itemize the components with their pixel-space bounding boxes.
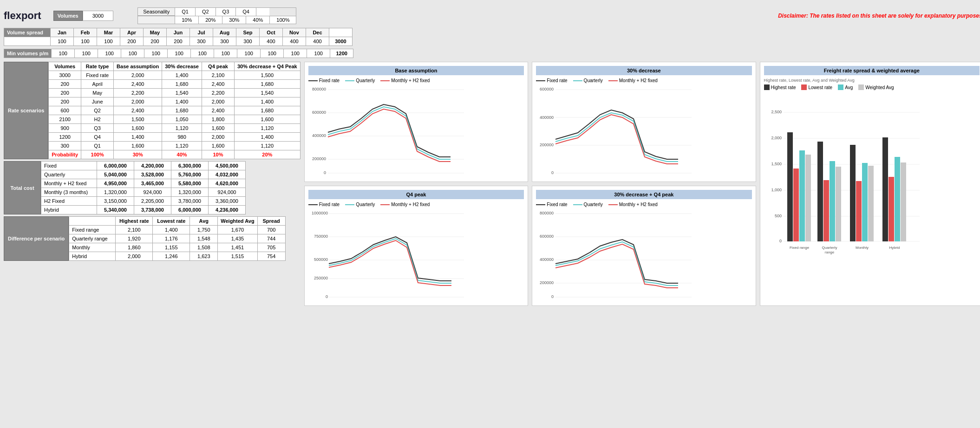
total-cost-table: Fixed 6,000,000 4,200,000 6,300,000 4,50… (41, 161, 246, 214)
bar-fr-low-3 (856, 181, 862, 241)
svg-text:200000: 200000 (540, 280, 554, 285)
diff-r3c3: 1,508 (190, 243, 218, 252)
vol-mar: 100 (97, 37, 120, 46)
tc-h2f-4: 3,360,000 (209, 197, 246, 206)
legend-fixed: Fixed rate (308, 78, 340, 83)
q4-quarterly-line (345, 204, 354, 205)
legend-monthly-label: Monthly + H2 fixed (391, 78, 430, 83)
vol-total: 3000 (329, 37, 353, 46)
tc-fixed-4: 4,500,000 (209, 162, 246, 170)
svg-text:Apr: Apr (553, 177, 559, 178)
q4-fixed-line (308, 204, 318, 205)
rs-r2c3: 2,400 (114, 80, 162, 89)
volumes-value[interactable]: 3000 (83, 11, 113, 21)
rs-r8c3: 1,400 (114, 133, 162, 142)
svg-text:Aug: Aug (370, 301, 377, 302)
fr-legend-avg: Avg (838, 84, 853, 90)
diff-r3-label: Monthly (69, 243, 116, 252)
rs-r9c1: 300 (49, 142, 81, 150)
tc-m3-2: 924,000 (134, 188, 171, 197)
volumes-box: Volumes 3000 (53, 11, 114, 21)
page: flexport Volumes 3000 Seasonality Q1 Q2 … (4, 4, 980, 428)
q3-val: 30% (222, 16, 246, 24)
svg-text:Feb: Feb (436, 177, 443, 178)
q1-header: Q1 (175, 8, 196, 16)
d30-monthly-label: Monthly + H2 fixed (619, 78, 658, 83)
tc-fixed-label: Fixed (41, 162, 97, 170)
svg-text:Nov: Nov (403, 177, 409, 178)
total-header (256, 8, 269, 16)
svg-text:1000000: 1000000 (312, 211, 328, 215)
vol-aug-h: Aug (213, 28, 236, 37)
fr-highest-label: Highest rate (771, 85, 796, 90)
vol-total-h (329, 28, 353, 37)
svg-text:Jul: Jul (360, 301, 365, 302)
rs-r6c5: 1,800 (202, 115, 234, 124)
rs-r1c6: 1,500 (234, 71, 300, 80)
vol-aug: 300 (213, 37, 236, 46)
diff-h5: Spread (257, 217, 285, 226)
rs-r4c2: June (81, 97, 114, 106)
bar-fr-avg-4 (895, 157, 900, 241)
svg-text:0: 0 (551, 294, 554, 299)
svg-text:Jun: Jun (575, 177, 581, 178)
seasonality-box: Seasonality Q1 Q2 Q3 Q4 10% 20% 30% 40% … (137, 7, 296, 24)
svg-text:200000: 200000 (540, 143, 554, 147)
vol-apr-h: Apr (120, 28, 144, 37)
vol-dec: 400 (306, 37, 329, 46)
tc-hybrid-4: 4,236,000 (209, 206, 246, 214)
rate-scenarios-label: Rate scenarios (4, 62, 48, 159)
tc-hybrid-2: 3,738,000 (134, 206, 171, 214)
dq4-quarterly-line (573, 204, 582, 205)
tc-hybrid-1: 5,340,000 (97, 206, 134, 214)
rs-r8c5: 2,000 (202, 133, 234, 142)
bar-fr-wt-2 (836, 167, 841, 241)
svg-text:Jun: Jun (347, 177, 353, 178)
vol-oct-h: Oct (260, 28, 283, 37)
rs-r5c2: Q2 (81, 106, 114, 115)
main-section: Rate scenarios Volumes Rate type Base as… (4, 62, 980, 306)
rs-r3c4: 1,540 (162, 89, 202, 97)
rs-r7c6: 1,120 (234, 124, 300, 133)
charts-panel: Base assumption Fixed rate Quarterly Mon… (304, 62, 980, 306)
bar-fr-high-4 (882, 137, 888, 241)
fr-avg-label: Avg (845, 85, 853, 90)
d30-fixed-line (536, 80, 545, 81)
diff-r4c3: 1,623 (190, 252, 218, 261)
fr-legend-highest: Highest rate (764, 84, 796, 90)
svg-text:Dec: Dec (414, 177, 420, 178)
col-ratetype: Rate type (81, 62, 114, 71)
bar-fr-low-2 (823, 180, 829, 241)
svg-text:Sep: Sep (380, 177, 387, 178)
svg-text:Apr: Apr (325, 177, 331, 178)
base-assumption-title: Base assumption (308, 66, 524, 75)
diff-r4c5: 754 (257, 252, 285, 261)
q4-peak-chart: Q4 peak Fixed rate Quarterly Monthly + H… (304, 186, 528, 306)
q4-legend-fixed: Fixed rate (308, 202, 340, 207)
svg-text:Sep: Sep (608, 177, 615, 178)
q4-monthly-label: Monthly + H2 fixed (391, 202, 430, 207)
base-assumption-svg: 800000 600000 400000 200000 0 (308, 85, 466, 178)
rs-r5c1: 600 (49, 106, 81, 115)
d30-quarterly-label: Quarterly (584, 78, 603, 83)
tc-mh2-3: 5,580,000 (171, 179, 209, 188)
vol-jan: 100 (51, 37, 74, 46)
svg-text:500000: 500000 (314, 257, 328, 262)
fr-lowest-box (801, 84, 807, 90)
fr-lowest-label: Lowest rate (808, 85, 832, 90)
svg-text:Dec: Dec (415, 301, 421, 302)
svg-text:May: May (335, 177, 342, 178)
rs-r9c5: 1,600 (202, 142, 234, 150)
legend-quarterly-line (345, 80, 354, 81)
dq4-monthly-label: Monthly + H2 fixed (619, 202, 658, 207)
rs-r3c1: 200 (49, 89, 81, 97)
prob-label: Probability (49, 150, 81, 159)
mv2: 100 (75, 49, 98, 58)
vol-sep: 300 (236, 37, 260, 46)
svg-text:800000: 800000 (540, 211, 554, 215)
diff-h2: Lowest rate (153, 217, 190, 226)
tc-h2f-3: 3,780,000 (171, 197, 209, 206)
diff-h0 (69, 217, 116, 226)
svg-text:Quarterly: Quarterly (822, 246, 837, 250)
bar-fr-high-2 (817, 142, 823, 241)
